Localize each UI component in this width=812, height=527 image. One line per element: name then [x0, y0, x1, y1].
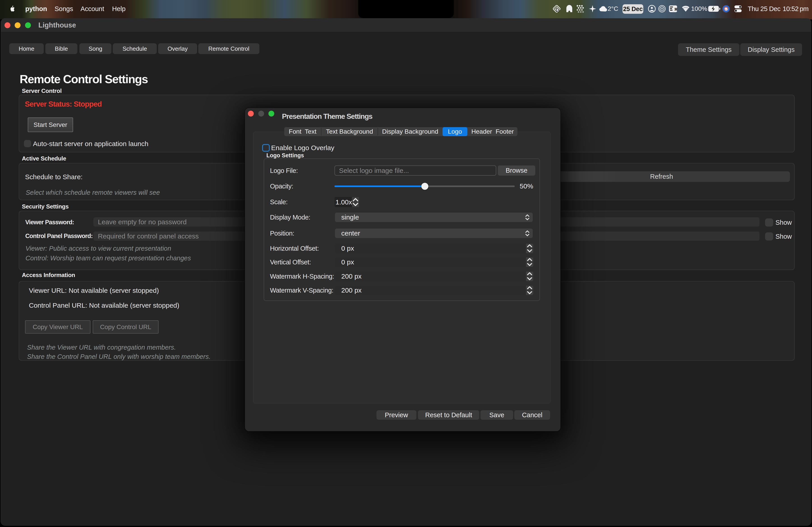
svg-text:⌘: ⌘	[674, 7, 677, 11]
